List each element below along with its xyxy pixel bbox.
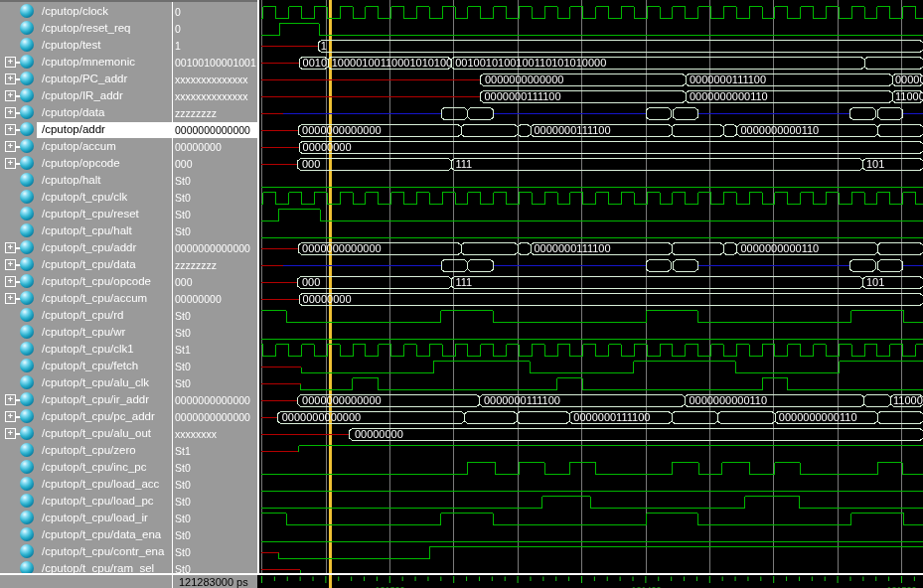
svg-text:0000000000000: 0000000000000 <box>302 394 382 406</box>
svg-text:0000000000110: 0000000000110 <box>690 90 768 102</box>
svg-text:101: 101 <box>866 276 884 288</box>
svg-text:0000000111100: 0000000111100 <box>535 124 611 136</box>
svg-text:111: 111 <box>456 276 473 288</box>
svg-text:0000000000110: 0000000000110 <box>741 124 820 136</box>
svg-text:0010: 0010 <box>303 57 327 69</box>
svg-text:101: 101 <box>866 158 884 170</box>
svg-text:0000000111100: 0000000111100 <box>573 411 650 423</box>
svg-text:11000: 11000 <box>895 90 923 102</box>
svg-text:000: 000 <box>302 276 320 288</box>
svg-text:0000000111100: 0000000111100 <box>690 74 766 85</box>
svg-text:11000: 11000 <box>893 394 923 406</box>
svg-text:00000000: 00000000 <box>303 293 352 305</box>
svg-text:1: 1 <box>321 40 327 52</box>
svg-text:00000000: 00000000 <box>303 141 352 153</box>
svg-text:0000000111100: 0000000111100 <box>484 394 560 406</box>
svg-text:0000000000110: 0000000000110 <box>689 394 767 406</box>
svg-text:00000000: 00000000 <box>355 428 403 440</box>
svg-text:10000100110001010100: 10000100110001010100 <box>332 57 453 69</box>
svg-text:00000: 00000 <box>895 74 923 85</box>
svg-text:0000000111100: 0000000111100 <box>535 242 611 254</box>
svg-text:0000000000110: 0000000000110 <box>779 411 857 423</box>
svg-text:0010010100100110101010000: 0010010100100110101010000 <box>455 57 606 69</box>
svg-text:0000000000000: 0000000000000 <box>302 124 382 136</box>
svg-text:121400: 121400 <box>631 585 661 588</box>
svg-text:0000000111100: 0000000111100 <box>485 90 561 102</box>
svg-text:0000000000000: 0000000000000 <box>282 411 362 423</box>
svg-text:000: 000 <box>302 158 320 170</box>
svg-text:0000000000000: 0000000000000 <box>302 242 382 254</box>
svg-text:0000000000110: 0000000000110 <box>741 242 820 254</box>
svg-text:121300: 121300 <box>375 585 404 588</box>
svg-text:111: 111 <box>456 158 473 170</box>
svg-text:0000000000000: 0000000000000 <box>485 74 564 85</box>
svg-text:121500: 121500 <box>886 585 916 588</box>
